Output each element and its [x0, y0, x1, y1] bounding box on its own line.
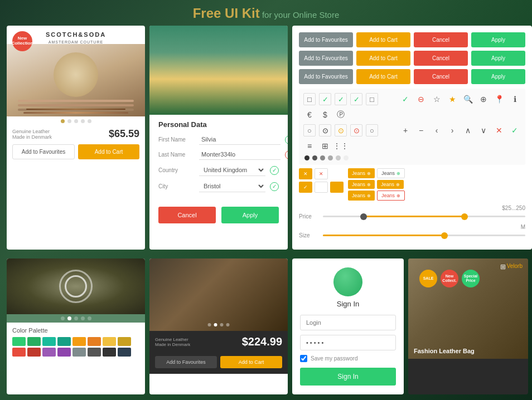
swatch-yellow	[103, 337, 116, 346]
personal-data-card: Personal Data First Name ✓ Last Name − C…	[149, 26, 288, 250]
tag-jeans-1[interactable]: Jeans ⊕	[348, 168, 375, 178]
color-box-white-2[interactable]	[315, 182, 328, 193]
tag-row-3: Jeans ⊕ Jeans ⊕	[348, 191, 525, 201]
radio-red[interactable]: ⊙	[350, 124, 362, 136]
product-actions: Add to Favourites Add to Cart	[7, 144, 145, 165]
tag-jeans-6[interactable]: Jeans ⊕	[377, 191, 405, 201]
palette-row-1	[12, 337, 139, 346]
button-row-2: Add to Favourites Add to Cart Cancel App…	[299, 51, 525, 66]
checkbox-checked-3[interactable]: ✓	[350, 93, 362, 105]
add-to-favourites-button[interactable]: Add to Favourites	[12, 144, 75, 159]
chevron-up-icon[interactable]: ∧	[462, 124, 474, 136]
dark-dot-1	[208, 323, 211, 326]
search-icon[interactable]: 🔍	[462, 93, 474, 105]
dark-product-image	[149, 258, 288, 331]
size-track[interactable]	[323, 235, 525, 236]
search-icon-2[interactable]: ⊕	[477, 93, 490, 105]
grid-icon[interactable]: ⊞	[319, 140, 331, 152]
city-select[interactable]: Bristol London	[199, 181, 265, 192]
color-dot-lighter	[336, 155, 341, 160]
city-status: ✓	[270, 182, 279, 191]
apply-btn-3[interactable]: Apply	[471, 69, 525, 84]
minus-icon[interactable]: −	[415, 124, 427, 136]
button-row-1: Add to Favourites Add to Cart Cancel App…	[299, 32, 525, 47]
chevron-left-icon[interactable]: ‹	[431, 124, 443, 136]
country-select[interactable]: United Kingdom USA Germany	[199, 164, 265, 176]
apply-button[interactable]: Apply	[221, 207, 279, 223]
login-input[interactable]	[300, 315, 396, 330]
price-thumb-right[interactable]	[461, 213, 468, 220]
radio-filled[interactable]: ⊙	[319, 124, 331, 136]
size-thumb[interactable]	[441, 232, 448, 239]
chevron-down-icon[interactable]: ∨	[477, 124, 490, 136]
password-input[interactable]	[300, 335, 396, 350]
swatch-teal	[42, 337, 56, 346]
cancel-btn-1[interactable]: Cancel	[414, 32, 468, 47]
info-icon: ℹ	[509, 93, 521, 105]
cart-btn-1[interactable]: Add to Cart	[356, 32, 410, 47]
color-box-orange-3[interactable]	[330, 182, 344, 193]
cancel-btn-2[interactable]: Cancel	[414, 51, 468, 66]
last-name-row: Last Name −	[158, 149, 279, 160]
dark-add-favourites-button[interactable]: Add to Favourites	[155, 356, 217, 368]
tag-jeans-3[interactable]: Jeans ⊕	[348, 180, 375, 189]
apply-btn-2[interactable]: Apply	[471, 51, 525, 66]
radio-orange[interactable]: ⊙	[335, 124, 347, 136]
price-track[interactable]	[323, 216, 525, 217]
color-box-orange[interactable]: ✕	[299, 168, 312, 179]
swatch-red-2	[27, 348, 41, 357]
dot-2	[67, 119, 71, 123]
swatch-dark	[103, 348, 116, 357]
new-collection-badge: New Collection	[12, 31, 32, 51]
cancel-button[interactable]: Cancel	[158, 207, 216, 223]
apps-icon[interactable]: ⋮⋮	[335, 140, 347, 152]
close-icon[interactable]: ✕	[493, 124, 505, 136]
remember-label: Save my password	[311, 355, 357, 362]
first-name-row: First Name ✓	[158, 134, 279, 145]
fav-btn-2[interactable]: Add to Favourites	[299, 51, 353, 66]
checkbox-empty-2[interactable]: □	[366, 93, 378, 105]
palette-title: Color Palette	[12, 327, 139, 334]
remember-checkbox[interactable]	[300, 355, 307, 362]
fav-btn-3[interactable]: Add to Favourites	[299, 69, 353, 84]
plus-icon[interactable]: +	[399, 124, 412, 136]
first-name-input[interactable]	[199, 134, 280, 145]
color-dot-gray	[320, 155, 325, 160]
tag-jeans-4[interactable]: Jeans ⊕	[377, 180, 404, 189]
color-box-white[interactable]: ✕	[315, 168, 328, 179]
chevron-right-icon[interactable]: ›	[446, 124, 458, 136]
dot-5	[88, 119, 91, 123]
checkbox-checked-2[interactable]: ✓	[335, 93, 347, 105]
add-to-cart-button[interactable]: Add to Cart	[78, 144, 139, 159]
city-row: City Bristol London ✓	[158, 181, 279, 192]
cart-btn-2[interactable]: Add to Cart	[356, 51, 410, 66]
media-ring-inner	[65, 275, 87, 297]
palette-row-2	[12, 348, 139, 357]
cancel-btn-3[interactable]: Cancel	[414, 69, 468, 84]
dot-4	[81, 119, 85, 123]
dark-desc-price-row: Genuine Leather Made in Denmark $224.99	[155, 335, 282, 348]
color-box-orange-check[interactable]: ✓	[299, 182, 312, 193]
product-card: New Collection SCOTCH&SODA AMSTERDAM COU…	[7, 26, 145, 250]
apply-btn-1[interactable]: Apply	[471, 32, 525, 47]
cart-btn-3[interactable]: Add to Cart	[356, 69, 410, 84]
price-fill	[364, 216, 465, 217]
last-name-input[interactable]	[199, 149, 280, 160]
dark-add-cart-button[interactable]: Add to Cart	[220, 356, 282, 368]
menu-icon[interactable]: ≡	[303, 140, 316, 152]
checkbox-checked[interactable]: ✓	[319, 93, 331, 105]
tag-jeans-2[interactable]: Jeans ⊕	[377, 168, 405, 178]
media-palette-card: Color Palette	[7, 258, 145, 394]
radio-empty[interactable]: ○	[303, 124, 316, 136]
fav-btn-1[interactable]: Add to Favourites	[299, 32, 353, 47]
checkbox-empty[interactable]: □	[303, 93, 316, 105]
tag-jeans-5[interactable]: Jeans ⊕	[348, 191, 375, 201]
fashion-card: SALE New Collect. Special Price ⊞ Velorb…	[408, 258, 528, 394]
dark-product-content: Genuine Leather Made in Denmark $224.99	[149, 331, 288, 353]
radio-empty-2[interactable]: ○	[366, 124, 378, 136]
price-thumb-left[interactable]	[360, 213, 367, 220]
tag-row-2: Jeans ⊕ Jeans ⊕	[348, 180, 525, 189]
swatch-yellow-2	[118, 337, 131, 346]
signin-button[interactable]: Sign In	[300, 368, 396, 386]
product-price: $65.59	[109, 128, 139, 140]
